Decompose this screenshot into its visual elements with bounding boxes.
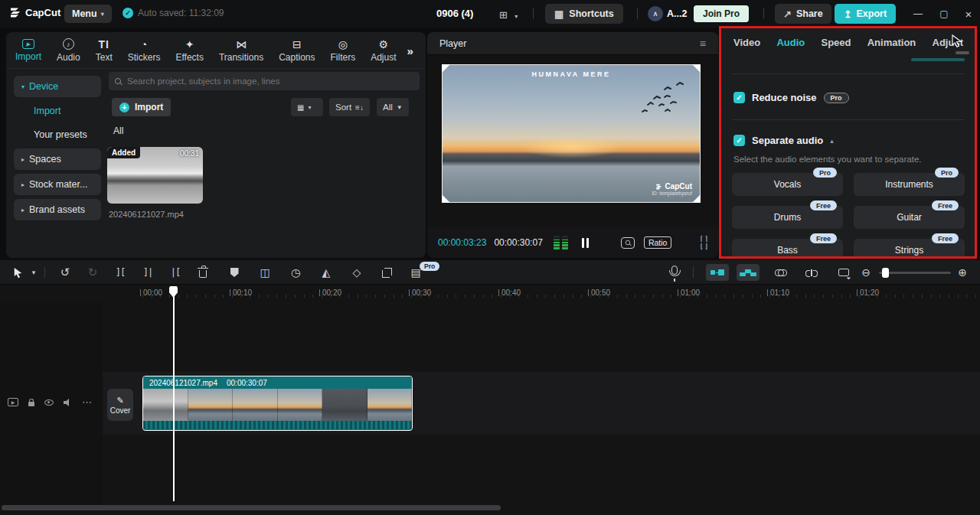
zoom-out-button[interactable]: ⊖	[858, 260, 874, 285]
speed-button[interactable]: ◷	[287, 260, 304, 285]
magnetic-snap-toggle[interactable]	[706, 264, 729, 281]
undo-button[interactable]: ↺	[57, 260, 74, 285]
cover-button[interactable]: ✎ Cover	[107, 389, 133, 421]
zoom-fit-button[interactable]	[621, 237, 635, 249]
share-button[interactable]: ↗ Share	[775, 4, 831, 24]
slider-knob[interactable]	[882, 268, 889, 278]
split-delete-left-button[interactable]: ]|	[139, 260, 156, 285]
sidebar-item-device[interactable]: ▾ Device	[14, 76, 101, 97]
zoom-in-button[interactable]: ⊕	[954, 260, 971, 285]
transform-handle[interactable]	[442, 194, 450, 203]
playhead-line[interactable]	[173, 288, 175, 501]
preview-axis-button[interactable]	[835, 260, 853, 285]
tab-filters[interactable]: ◎ Filters	[323, 34, 364, 67]
tab-captions[interactable]: ⊟ Captions	[271, 34, 322, 67]
mirror-button[interactable]: ◭	[318, 260, 335, 285]
scrollbar-thumb[interactable]	[956, 51, 969, 54]
stem-drums-button[interactable]: Drums Free	[732, 206, 843, 229]
split-delete-right-button[interactable]: |[	[167, 260, 184, 285]
overlay-button[interactable]: ◫	[256, 260, 273, 285]
transform-handle[interactable]	[692, 194, 701, 203]
unlink-button[interactable]	[802, 260, 821, 285]
search-input[interactable]	[126, 76, 413, 86]
stem-guitar-button[interactable]: Guitar Free	[854, 206, 965, 229]
timeline-zoom-slider[interactable]	[879, 272, 951, 274]
redo-button[interactable]: ↻	[84, 260, 101, 285]
added-badge: Added	[107, 147, 140, 158]
ratio-button[interactable]: Ratio	[644, 236, 672, 249]
auto-arrange-toggle[interactable]	[737, 264, 760, 281]
tab-video[interactable]: Video	[733, 37, 760, 48]
join-pro-button[interactable]: Join Pro	[694, 5, 749, 22]
volume-slider-partial[interactable]	[911, 58, 965, 61]
separate-audio-checkbox[interactable]: ✓	[733, 135, 745, 146]
tab-transitions[interactable]: ⋈ Transitions	[211, 34, 271, 67]
maximize-button[interactable]: ▢	[936, 6, 952, 21]
tab-text[interactable]: TI Text	[88, 34, 120, 67]
workspace-layout-icon: ⊞	[499, 9, 508, 21]
stem-bass-button[interactable]: Bass Free	[732, 239, 843, 257]
import-media-button[interactable]: + Import	[112, 98, 171, 116]
tab-audio[interactable]: Audio	[776, 37, 805, 48]
chevron-right-icon: ▸	[21, 156, 24, 163]
link-icon	[775, 269, 787, 275]
mask-button[interactable]	[226, 260, 243, 285]
sidebar-item-stock-materials[interactable]: ▸ Stock mater...	[14, 174, 101, 195]
tab-effects[interactable]: ✦ Effects	[168, 34, 211, 67]
close-button[interactable]: ×	[960, 6, 977, 21]
crop-button[interactable]	[378, 260, 395, 285]
workspace-layout-button[interactable]: ⊞ ▾	[499, 8, 518, 21]
tab-speed[interactable]: Speed	[821, 37, 851, 48]
media-thumbnail[interactable]: Added 00:31	[107, 147, 203, 204]
fullscreen-button[interactable]: ⌈ ⌉ ⌊ ⌋	[681, 233, 707, 253]
collapse-icon[interactable]: ▴	[830, 137, 834, 145]
export-button[interactable]: ↥ Export	[835, 4, 896, 24]
tab-animation[interactable]: Animation	[867, 37, 916, 48]
video-preview[interactable]: HUMNAVA MERE CapCut ID: templatebysruf	[442, 64, 701, 203]
clip-waveform	[143, 421, 412, 429]
tab-label: Adjust	[371, 52, 396, 63]
tab-stickers[interactable]: ◔ Stickers	[120, 34, 168, 67]
shortcuts-button[interactable]: ▦ Shortcuts	[545, 4, 623, 24]
view-mode-button[interactable]: ▦ ▾	[291, 98, 323, 116]
sidebar-item-spaces[interactable]: ▸ Spaces	[14, 148, 101, 170]
stem-strings-button[interactable]: Strings Free	[854, 239, 965, 257]
delete-button[interactable]	[194, 260, 211, 285]
tab-audio[interactable]: ♪ Audio	[49, 34, 88, 67]
sidebar-item-brand-assets[interactable]: ▸ Brand assets	[14, 199, 101, 220]
link-button[interactable]	[772, 260, 790, 285]
sort-button[interactable]: Sort ≡↓	[329, 98, 370, 116]
transitions-icon: ⋈	[236, 39, 247, 50]
tab-adjust[interactable]: ⚙ Adjust	[363, 34, 403, 67]
avatar[interactable]: ∧	[648, 6, 663, 21]
pause-button[interactable]	[582, 238, 589, 248]
tab-import[interactable]: ▶ Import	[8, 34, 49, 67]
player-menu-icon[interactable]: ≡	[700, 37, 706, 50]
ruler-label: 01:00	[681, 288, 700, 297]
rotate-button[interactable]: ◇	[348, 260, 365, 285]
stem-instruments-button[interactable]: Instruments Pro	[854, 173, 965, 196]
more-tabs-button[interactable]: »	[404, 34, 416, 67]
timeline-clip[interactable]: 202406121027.mp4 00:00:30:07	[142, 376, 413, 431]
menu-button[interactable]: Menu ▾	[64, 5, 112, 23]
minimize-button[interactable]: —	[910, 6, 926, 21]
filter-button[interactable]: All ▼	[377, 98, 409, 116]
sidebar-item-your-presets[interactable]: Your presets	[14, 125, 101, 145]
audio-level-meter	[554, 236, 568, 249]
stem-vocals-button[interactable]: Vocals Pro	[732, 173, 843, 196]
search-box[interactable]	[109, 72, 420, 90]
free-badge: Free	[810, 233, 837, 243]
sidebar-item-import[interactable]: Import	[14, 101, 101, 121]
speaker-icon[interactable]	[64, 399, 72, 406]
select-tool-dropdown[interactable]: ▾	[28, 260, 40, 285]
more-options-icon[interactable]: ⋯	[82, 396, 92, 408]
lock-icon[interactable]	[28, 402, 34, 406]
eye-icon[interactable]	[44, 399, 54, 406]
reduce-noise-checkbox[interactable]: ✓	[733, 92, 745, 103]
split-button[interactable]: ][	[112, 260, 129, 285]
select-tool-icon[interactable]	[13, 267, 24, 279]
timeline-scrollbar[interactable]	[2, 505, 501, 510]
record-voiceover-button[interactable]	[666, 260, 683, 285]
filter-all-label: All	[383, 103, 393, 112]
timeline-ruler[interactable]: 00:00 00:10 00:20 00:30 00:40 00:50 01:0…	[0, 285, 980, 302]
